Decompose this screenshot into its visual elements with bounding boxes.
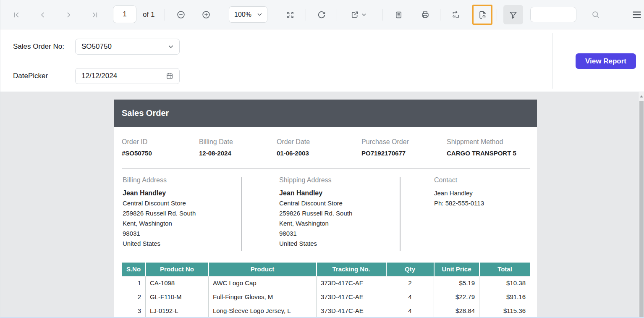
view-report-button[interactable]: View Report [576,53,636,69]
search-icon [592,11,600,19]
fullscreen-button[interactable] [281,5,299,24]
cell-qty: 4 [386,290,434,304]
report-area: Sales Order Order ID #SO50750 Billing Da… [0,92,644,317]
first-page-icon [13,11,20,18]
page-setup-button[interactable] [389,5,408,24]
menu-icon [632,11,642,19]
report-page: Sales Order Order ID #SO50750 Billing Da… [114,100,537,317]
chevron-down-icon [168,45,173,48]
column-header: Unit Price [434,263,479,276]
address-line: Kent, Washington [123,218,240,229]
address-line: 259826 Russell Rd. South [279,208,397,218]
filter-button[interactable] [503,5,523,24]
cell-sno: 2 [122,290,146,304]
address-line: 98031 [279,229,397,239]
address-divider [400,177,401,251]
print-button[interactable] [416,5,435,24]
info-value: #SO50750 [122,150,199,157]
zoom-in-button[interactable] [197,5,215,24]
cell-sno: 1 [122,276,146,290]
cell-unit-price: $22.79 [434,290,479,304]
search-input[interactable] [530,7,576,22]
cell-qty: 2 [386,276,434,290]
print-icon [421,11,429,19]
first-page-button[interactable] [7,5,26,24]
cell-product: AWC Logo Cap [209,276,317,290]
address-divider [241,177,242,251]
export-button[interactable] [345,5,372,24]
order-info-item: Shippment Method CARGO TRANSPORT 5 [447,138,516,157]
contact-section: Contact Jean Handley Ph: 582-555-0113 [434,176,552,208]
address-line: 98031 [123,229,240,239]
export-icon [351,11,359,19]
next-page-button[interactable] [59,5,78,24]
order-info-item: Order ID #SO50750 [122,138,199,157]
page-settings-button[interactable] [472,5,492,25]
toolbar-divider [306,9,306,21]
column-header: Product [209,263,317,276]
address-name: Jean Handley [123,188,240,198]
previous-page-icon [39,11,46,18]
report-title-bar: Sales Order [114,100,537,127]
column-header: Total [479,263,530,276]
chevron-down-icon [362,13,366,16]
scrollbar-thumb[interactable] [639,101,644,317]
refresh-button[interactable] [312,5,331,24]
address-line: United States [279,239,397,249]
info-label: Shippment Method [447,138,516,146]
zoom-out-button[interactable] [172,5,190,24]
cell-unit-price: $28.84 [434,304,479,317]
last-page-button[interactable] [85,5,104,24]
report-body: Order ID #SO50750 Billing Date 12-08-202… [114,127,537,317]
vertical-scrollbar[interactable] [638,92,644,317]
scrollbar-up-arrow[interactable] [640,95,643,97]
sync-settings-button[interactable] [447,5,465,24]
search-button[interactable] [586,5,605,24]
cell-product-no: CA-1098 [146,276,209,290]
order-items-table: S.No Product No Product Tracking No. Qty… [122,263,530,317]
parameter-divider [552,33,553,89]
info-value: PO7192170677 [361,150,447,157]
info-label: Billing Date [199,138,277,146]
next-page-icon [65,11,72,18]
column-header: Tracking No. [317,263,386,276]
zoom-level-value: 100% [234,11,251,18]
cell-tracking: 373D-417C-AE [317,304,386,317]
toolbar-divider [165,9,165,21]
calendar-icon [166,72,173,80]
sales-order-value: SO50750 [81,42,112,51]
sales-order-select[interactable]: SO50750 [75,39,180,55]
toolbar-divider [497,9,497,21]
cell-product-no: LJ-0192-L [146,304,209,317]
toolbar: of 1 100% [0,0,644,29]
filter-icon [509,11,518,19]
cell-unit-price: $5.19 [434,276,479,290]
zoom-in-icon [202,11,210,19]
datepicker-value: 12/12/2024 [81,72,117,80]
info-value: 01-06-2003 [277,150,361,157]
cell-product: Full-Finger Gloves, M [209,290,317,304]
cell-product-no: GL-F110-M [146,290,209,304]
order-info-row: Order ID #SO50750 Billing Date 12-08-202… [122,127,530,157]
order-info-item: Order Date 01-06-2003 [277,138,361,157]
address-name: Jean Handley [279,188,397,198]
datepicker-input[interactable]: 12/12/2024 [75,68,180,84]
toolbar-divider [440,9,440,21]
column-header: Qty [386,263,434,276]
zoom-level-select[interactable]: 100% [229,6,267,23]
contact-label: Contact [434,176,552,184]
cell-tracking: 373D-417C-AE [317,276,386,290]
billing-address: Billing Address Jean Handley Central Dis… [123,176,240,249]
table-row: 1 CA-1098 AWC Logo Cap 373D-417C-AE 2 $5… [122,276,530,290]
page-settings-icon [478,11,487,19]
previous-page-button[interactable] [33,5,52,24]
page-count-label: of 1 [143,0,154,29]
order-info-item: Purchase Order PO7192170677 [361,138,447,157]
table-header-row: S.No Product No Product Tracking No. Qty… [122,263,530,276]
report-viewer: of 1 100% [0,0,644,318]
cell-tracking: 373D-417C-AE [317,290,386,304]
cell-qty: 4 [386,304,434,317]
menu-button[interactable] [628,5,644,24]
page-number-input[interactable] [113,5,136,23]
column-header: Product No [146,263,209,276]
